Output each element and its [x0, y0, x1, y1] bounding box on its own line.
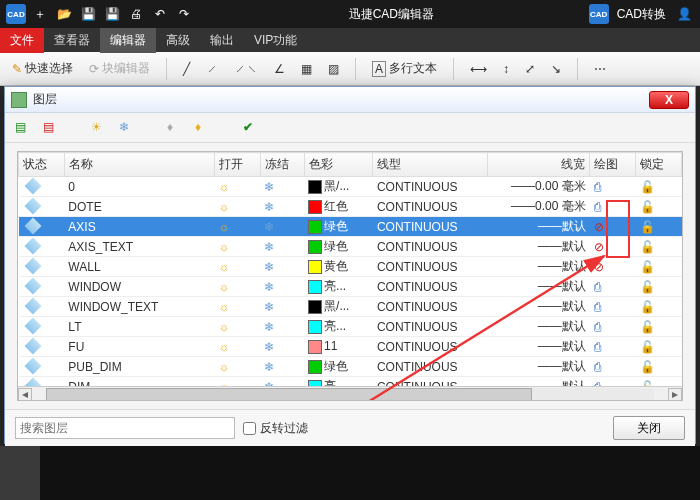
color-cell[interactable]: 黄色: [304, 257, 373, 277]
open-icon[interactable]: 📂: [54, 4, 74, 24]
dim-leader-icon[interactable]: ↘: [547, 59, 565, 79]
dim-v-icon[interactable]: ↕: [499, 59, 513, 79]
menu-output[interactable]: 输出: [200, 28, 244, 53]
bulb-on-icon[interactable]: ♦: [167, 120, 183, 136]
bulb-off-icon[interactable]: ♦: [195, 120, 211, 136]
freeze-cell[interactable]: ❄: [260, 197, 304, 217]
color-cell[interactable]: 亮...: [304, 317, 373, 337]
lineweight-cell[interactable]: ——默认: [488, 257, 590, 277]
name-cell[interactable]: PUB_DIM: [64, 357, 214, 377]
plot-cell[interactable]: ⎙: [590, 297, 636, 317]
quick-editor-button[interactable]: ⟳块编辑器: [85, 57, 154, 80]
color-cell[interactable]: 绿色: [304, 217, 373, 237]
table-row[interactable]: 0☼❄黑/...CONTINUOUS——0.00 毫米⎙🔓: [19, 177, 682, 197]
color-cell[interactable]: 黑/...: [304, 297, 373, 317]
lock-cell[interactable]: 🔓: [636, 337, 682, 357]
lineweight-cell[interactable]: ——默认: [488, 377, 590, 387]
plot-cell[interactable]: ⎙: [590, 177, 636, 197]
close-button[interactable]: 关闭: [613, 416, 685, 440]
table-row[interactable]: WINDOW_TEXT☼❄黑/...CONTINUOUS——默认⎙🔓: [19, 297, 682, 317]
lineweight-cell[interactable]: ——默认: [488, 237, 590, 257]
open-cell[interactable]: ☼: [214, 357, 260, 377]
col-plot[interactable]: 绘图: [590, 153, 636, 177]
freeze-cell[interactable]: ❄: [260, 317, 304, 337]
freeze-cell[interactable]: ❄: [260, 237, 304, 257]
lineweight-cell[interactable]: ——默认: [488, 277, 590, 297]
dialog-close-button[interactable]: X: [649, 91, 689, 109]
name-cell[interactable]: FU: [64, 337, 214, 357]
lock-cell[interactable]: 🔓: [636, 257, 682, 277]
add-layer-icon[interactable]: ▤: [15, 120, 31, 136]
plot-cell[interactable]: ⎙: [590, 337, 636, 357]
lineweight-cell[interactable]: ——0.00 毫米: [488, 197, 590, 217]
open-cell[interactable]: ☼: [214, 197, 260, 217]
col-name[interactable]: 名称: [64, 153, 214, 177]
table-row[interactable]: WALL☼❄黄色CONTINUOUS——默认⊘🔓: [19, 257, 682, 277]
line-tool-icon[interactable]: ╱: [179, 59, 194, 79]
lock-cell[interactable]: 🔓: [636, 277, 682, 297]
freeze-cell[interactable]: ❄: [260, 277, 304, 297]
table-row[interactable]: LT☼❄亮...CONTINUOUS——默认⎙🔓: [19, 317, 682, 337]
plot-cell[interactable]: ⊘: [590, 217, 636, 237]
print-icon[interactable]: 🖨: [126, 4, 146, 24]
menu-file[interactable]: 文件: [0, 28, 44, 53]
linetype-cell[interactable]: CONTINUOUS: [373, 337, 488, 357]
dim-align-icon[interactable]: ⤢: [521, 59, 539, 79]
table-row[interactable]: AXIS☼❄绿色CONTINUOUS——默认⊘🔓: [19, 217, 682, 237]
open-cell[interactable]: ☼: [214, 277, 260, 297]
name-cell[interactable]: DIM: [64, 377, 214, 387]
lock-cell[interactable]: 🔓: [636, 237, 682, 257]
lock-cell[interactable]: 🔓: [636, 357, 682, 377]
linetype-cell[interactable]: CONTINUOUS: [373, 257, 488, 277]
plot-cell[interactable]: ⊘: [590, 257, 636, 277]
name-cell[interactable]: DOTE: [64, 197, 214, 217]
lock-cell[interactable]: 🔓: [636, 377, 682, 387]
color-cell[interactable]: 亮...: [304, 377, 373, 387]
polyline-tool-icon[interactable]: ⟋⟍: [230, 59, 262, 79]
col-lineweight[interactable]: 线宽: [488, 153, 590, 177]
table-row[interactable]: FU☼❄11CONTINUOUS——默认⎙🔓: [19, 337, 682, 357]
name-cell[interactable]: 0: [64, 177, 214, 197]
lineweight-cell[interactable]: ——默认: [488, 357, 590, 377]
hatch-tool-icon[interactable]: ▨: [324, 59, 343, 79]
freeze-cell[interactable]: ❄: [260, 337, 304, 357]
col-freeze[interactable]: 冻结: [260, 153, 304, 177]
snow-icon[interactable]: ❄: [119, 120, 135, 136]
freeze-cell[interactable]: ❄: [260, 357, 304, 377]
linetype-cell[interactable]: CONTINUOUS: [373, 177, 488, 197]
saveas-icon[interactable]: 💾: [102, 4, 122, 24]
name-cell[interactable]: AXIS: [64, 217, 214, 237]
scroll-right-icon[interactable]: ▸: [668, 388, 682, 401]
col-linetype[interactable]: 线型: [373, 153, 488, 177]
delete-layer-icon[interactable]: ▤: [43, 120, 59, 136]
plot-cell[interactable]: ⎙: [590, 277, 636, 297]
multiline-text-button[interactable]: A多行文本: [368, 57, 441, 80]
plot-cell[interactable]: ⎙: [590, 377, 636, 387]
menu-viewer[interactable]: 查看器: [44, 28, 100, 53]
color-cell[interactable]: 11: [304, 337, 373, 357]
block-tool-icon[interactable]: ▦: [297, 59, 316, 79]
col-color[interactable]: 色彩: [304, 153, 373, 177]
plot-cell[interactable]: ⎙: [590, 197, 636, 217]
menu-advanced[interactable]: 高级: [156, 28, 200, 53]
name-cell[interactable]: WINDOW_TEXT: [64, 297, 214, 317]
open-cell[interactable]: ☼: [214, 297, 260, 317]
ray-tool-icon[interactable]: ⟋: [202, 59, 222, 79]
color-cell[interactable]: 红色: [304, 197, 373, 217]
open-cell[interactable]: ☼: [214, 337, 260, 357]
col-lock[interactable]: 锁定: [636, 153, 682, 177]
freeze-cell[interactable]: ❄: [260, 257, 304, 277]
menu-vip[interactable]: VIP功能: [244, 28, 307, 53]
sun-icon[interactable]: ☀: [91, 120, 107, 136]
open-cell[interactable]: ☼: [214, 217, 260, 237]
user-icon[interactable]: 👤: [674, 4, 694, 24]
col-state[interactable]: 状态: [19, 153, 65, 177]
linetype-cell[interactable]: CONTINUOUS: [373, 357, 488, 377]
cad-convert-link[interactable]: CAD转换: [617, 6, 666, 23]
name-cell[interactable]: LT: [64, 317, 214, 337]
angle-tool-icon[interactable]: ∠: [270, 59, 289, 79]
linetype-cell[interactable]: CONTINUOUS: [373, 277, 488, 297]
name-cell[interactable]: WINDOW: [64, 277, 214, 297]
name-cell[interactable]: AXIS_TEXT: [64, 237, 214, 257]
lineweight-cell[interactable]: ——默认: [488, 317, 590, 337]
